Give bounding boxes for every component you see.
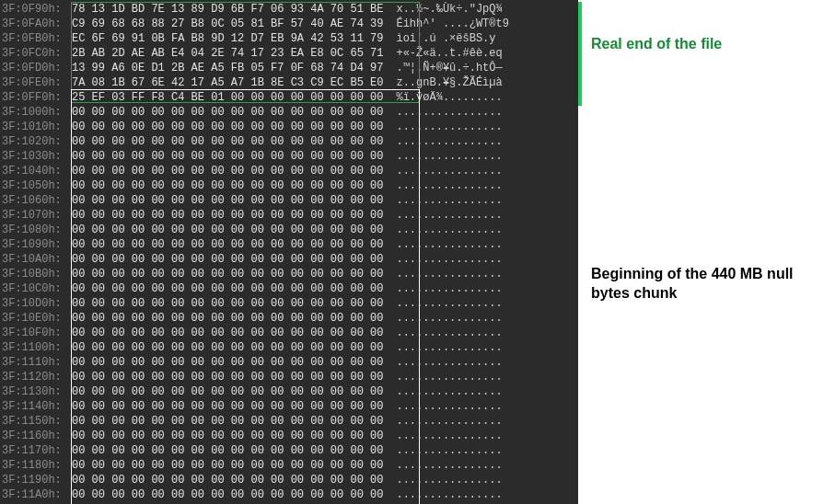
offset-cell: 3F:0FB0h: [0, 31, 66, 46]
ascii-cell: ................ [383, 326, 502, 340]
offset-cell: 3F:10B0h: [0, 267, 66, 281]
hex-cell: 00 00 00 00 00 00 00 00 00 00 00 00 00 0… [66, 340, 383, 355]
marker-stripe-green [578, 2, 582, 106]
ascii-cell: ................ [383, 296, 502, 311]
offset-cell: 3F:1130h: [0, 384, 66, 399]
ascii-cell: z..gnB.¥§.ŽÃÉìµà [383, 75, 502, 90]
hex-cell: 00 00 00 00 00 00 00 00 00 00 00 00 00 0… [66, 120, 383, 134]
hex-cell: 00 00 00 00 00 00 00 00 00 00 00 00 00 0… [66, 134, 383, 149]
hex-cell: 00 00 00 00 00 00 00 00 00 00 00 00 00 0… [66, 296, 383, 311]
ascii-cell: ................ [383, 164, 502, 178]
ascii-cell: ................ [383, 208, 502, 223]
hex-row: 3F:1010h:00 00 00 00 00 00 00 00 00 00 0… [0, 120, 578, 134]
hex-row: 3F:0FA0h:C9 69 68 68 88 27 B8 0C 05 81 B… [0, 17, 578, 31]
annotation-null-chunk-l2: bytes chunk [591, 285, 677, 301]
hex-row: 3F:1080h:00 00 00 00 00 00 00 00 00 00 0… [0, 223, 578, 237]
annotation-panel: Real end of the file Beginning of the 44… [578, 0, 835, 504]
offset-cell: 3F:1190h: [0, 473, 66, 487]
ascii-cell: ................ [383, 105, 502, 120]
hex-row: 3F:1070h:00 00 00 00 00 00 00 00 00 00 0… [0, 208, 578, 223]
hex-row: 3F:10F0h:00 00 00 00 00 00 00 00 00 00 0… [0, 326, 578, 340]
offset-cell: 3F:1020h: [0, 134, 66, 149]
offset-cell: 3F:0F90h: [0, 2, 66, 17]
hex-row: 3F:1020h:00 00 00 00 00 00 00 00 00 00 0… [0, 134, 578, 149]
offset-cell: 3F:0FF0h: [0, 90, 66, 105]
ascii-cell: ................ [383, 311, 502, 326]
ascii-cell: ìoi'.ú .×ëšBS.y [383, 31, 495, 46]
hex-cell: 00 00 00 00 00 00 00 00 00 00 00 00 00 0… [66, 252, 383, 267]
offset-cell: 3F:10E0h: [0, 311, 66, 326]
hex-row: 3F:1120h:00 00 00 00 00 00 00 00 00 00 0… [0, 370, 578, 384]
ascii-cell: ................ [383, 223, 502, 237]
offset-cell: 3F:1040h: [0, 164, 66, 178]
hex-rows: 3F:0F90h:78 13 1D BD 7E 13 89 D9 6B F7 0… [0, 2, 578, 504]
hex-cell: 13 99 A6 0E D1 2B AE A5 FB 05 F7 0F 68 7… [66, 61, 383, 75]
ascii-cell: %ï.ÿøÄ¾......... [383, 90, 502, 105]
hex-cell: 00 00 00 00 00 00 00 00 00 00 00 00 00 0… [66, 429, 383, 443]
ascii-cell: ................ [383, 458, 502, 473]
hex-row: 3F:1040h:00 00 00 00 00 00 00 00 00 00 0… [0, 164, 578, 178]
hex-row: 3F:1190h:00 00 00 00 00 00 00 00 00 00 0… [0, 473, 578, 487]
hex-row: 3F:10B0h:00 00 00 00 00 00 00 00 00 00 0… [0, 267, 578, 281]
hex-cell: 00 00 00 00 00 00 00 00 00 00 00 00 00 0… [66, 443, 383, 458]
offset-cell: 3F:1060h: [0, 193, 66, 208]
ascii-cell: .™¦.Ñ+®¥û.÷.htÔ— [383, 61, 502, 75]
hex-cell: 00 00 00 00 00 00 00 00 00 00 00 00 00 0… [66, 223, 383, 237]
offset-cell: 3F:1120h: [0, 370, 66, 384]
ascii-cell: ................ [383, 252, 502, 267]
hex-row: 3F:10C0h:00 00 00 00 00 00 00 00 00 00 0… [0, 281, 578, 296]
hex-cell: 00 00 00 00 00 00 00 00 00 00 00 00 00 0… [66, 370, 383, 384]
ascii-cell: ................ [383, 340, 502, 355]
ascii-cell: ................ [383, 134, 502, 149]
ascii-cell: ................ [383, 487, 502, 502]
offset-cell: 3F:1150h: [0, 414, 66, 429]
ascii-cell: ................ [383, 149, 502, 164]
hex-row: 3F:1100h:00 00 00 00 00 00 00 00 00 00 0… [0, 340, 578, 355]
hex-cell: 00 00 00 00 00 00 00 00 00 00 00 00 00 0… [66, 458, 383, 473]
offset-cell: 3F:1000h: [0, 105, 66, 120]
hex-cell: EC 6F 69 91 0B FA B8 9D 12 D7 EB 9A 42 5… [66, 31, 383, 46]
hex-cell: 00 00 00 00 00 00 00 00 00 00 00 00 00 0… [66, 487, 383, 502]
hex-cell: 00 00 00 00 00 00 00 00 00 00 00 00 00 0… [66, 473, 383, 487]
offset-cell: 3F:10F0h: [0, 326, 66, 340]
ascii-cell: ................ [383, 414, 502, 429]
hex-row: 3F:0FF0h:25 EF 03 FF F8 C4 BE 01 00 00 0… [0, 90, 578, 105]
offset-cell: 3F:1030h: [0, 149, 66, 164]
hex-cell: 00 00 00 00 00 00 00 00 00 00 00 00 00 0… [66, 105, 383, 120]
hex-cell: 78 13 1D BD 7E 13 89 D9 6B F7 06 93 4A 7… [66, 2, 383, 17]
hex-row: 3F:1000h:00 00 00 00 00 00 00 00 00 00 0… [0, 105, 578, 120]
ascii-cell: ................ [383, 178, 502, 193]
hex-row: 3F:1180h:00 00 00 00 00 00 00 00 00 00 0… [0, 458, 578, 473]
hex-row: 3F:1090h:00 00 00 00 00 00 00 00 00 00 0… [0, 237, 578, 252]
ascii-cell: +«-Ž«ä..t.#êè.eq [383, 46, 502, 61]
offset-cell: 3F:0FA0h: [0, 17, 66, 31]
hex-cell: 00 00 00 00 00 00 00 00 00 00 00 00 00 0… [66, 414, 383, 429]
hex-row: 3F:10E0h:00 00 00 00 00 00 00 00 00 00 0… [0, 311, 578, 326]
offset-cell: 3F:1010h: [0, 120, 66, 134]
marker-stripe-white [578, 106, 582, 504]
hex-row: 3F:1140h:00 00 00 00 00 00 00 00 00 00 0… [0, 399, 578, 414]
hex-cell: 00 00 00 00 00 00 00 00 00 00 00 00 00 0… [66, 178, 383, 193]
hex-cell: 00 00 00 00 00 00 00 00 00 00 00 00 00 0… [66, 399, 383, 414]
hex-row: 3F:10A0h:00 00 00 00 00 00 00 00 00 00 0… [0, 252, 578, 267]
hex-cell: 25 EF 03 FF F8 C4 BE 01 00 00 00 00 00 0… [66, 90, 383, 105]
offset-cell: 3F:1050h: [0, 178, 66, 193]
hex-cell: C9 69 68 68 88 27 B8 0C 05 81 BF 57 40 A… [66, 17, 383, 31]
ascii-cell: ................ [383, 355, 502, 370]
hex-row: 3F:10D0h:00 00 00 00 00 00 00 00 00 00 0… [0, 296, 578, 311]
hex-cell: 2B AB 2D AE AB E4 04 2E 74 17 23 EA E8 0… [66, 46, 383, 61]
hex-row: 3F:1110h:00 00 00 00 00 00 00 00 00 00 0… [0, 355, 578, 370]
ascii-cell: ................ [383, 237, 502, 252]
hex-row: 3F:1060h:00 00 00 00 00 00 00 00 00 00 0… [0, 193, 578, 208]
hex-row: 3F:0FC0h:2B AB 2D AE AB E4 04 2E 74 17 2… [0, 46, 578, 61]
hex-cell: 00 00 00 00 00 00 00 00 00 00 00 00 00 0… [66, 355, 383, 370]
ascii-cell: Éihh^' ....¿WT®t9 [383, 17, 508, 31]
offset-cell: 3F:0FC0h: [0, 46, 66, 61]
offset-cell: 3F:1140h: [0, 399, 66, 414]
hex-row: 3F:1160h:00 00 00 00 00 00 00 00 00 00 0… [0, 429, 578, 443]
offset-cell: 3F:1170h: [0, 443, 66, 458]
hex-cell: 00 00 00 00 00 00 00 00 00 00 00 00 00 0… [66, 326, 383, 340]
hex-cell: 00 00 00 00 00 00 00 00 00 00 00 00 00 0… [66, 311, 383, 326]
hex-row: 3F:0FD0h:13 99 A6 0E D1 2B AE A5 FB 05 F… [0, 61, 578, 75]
hex-row: 3F:0FB0h:EC 6F 69 91 0B FA B8 9D 12 D7 E… [0, 31, 578, 46]
